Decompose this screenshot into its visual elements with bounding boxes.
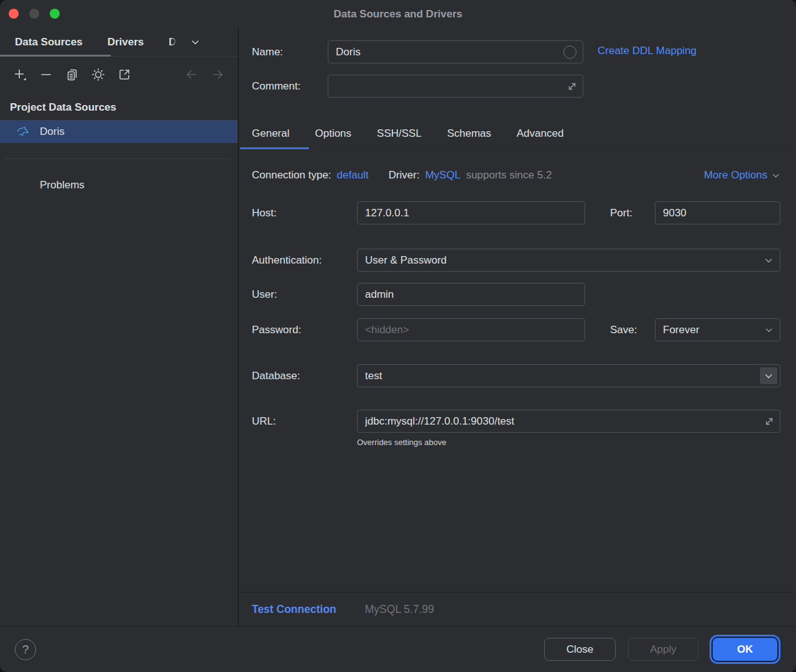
host-label: Host:	[252, 201, 277, 224]
test-connection-row: Test Connection MySQL 5.7.99	[240, 592, 796, 626]
driver-label: Driver:	[389, 169, 420, 182]
chevron-down-icon[interactable]	[190, 37, 200, 47]
url-note: Overrides settings above	[357, 438, 447, 447]
name-field-wrap	[328, 40, 583, 63]
test-connection-link[interactable]: Test Connection	[252, 603, 336, 616]
remove-icon[interactable]	[39, 67, 53, 82]
tab-schemas[interactable]: Schemas	[447, 127, 491, 140]
port-label: Port:	[610, 201, 632, 224]
authentication-label: Authentication:	[252, 249, 322, 272]
connection-type-row: Connection type: default Driver: MySQL s…	[252, 167, 780, 183]
driver-version-text: MySQL 5.7.99	[365, 603, 434, 616]
title-bar: Data Sources and Drivers	[0, 0, 796, 28]
connection-type-value-link[interactable]: default	[337, 169, 369, 182]
sidebar: Data Sources Drivers D	[0, 28, 239, 626]
port-input[interactable]	[655, 201, 780, 224]
help-icon[interactable]: ?	[15, 639, 36, 660]
chevron-down-icon	[771, 171, 780, 180]
name-input[interactable]	[328, 40, 583, 63]
open-in-new-icon[interactable]	[117, 67, 132, 82]
create-ddl-mapping-link[interactable]: Create DDL Mapping	[598, 45, 696, 57]
save-select[interactable]: Forever	[655, 318, 780, 341]
dialog-buttons: Close Apply OK	[544, 638, 796, 661]
settings-tab-bar: General Options SSH/SSL Schemas Advanced	[240, 118, 796, 149]
close-button[interactable]: Close	[544, 638, 616, 661]
history-nav	[184, 57, 225, 93]
tab-ssh-ssl[interactable]: SSH/SSL	[377, 127, 422, 140]
tab-general[interactable]: General	[252, 127, 289, 140]
database-combobox[interactable]: test	[357, 364, 780, 387]
authentication-select[interactable]: User & Password	[357, 249, 780, 272]
duplicate-icon[interactable]	[65, 67, 80, 82]
comment-label: Comment:	[252, 75, 300, 98]
add-icon[interactable]	[12, 67, 27, 82]
chevron-down-icon	[764, 255, 774, 265]
dialog-button-bar: ? Close Apply OK	[0, 626, 796, 672]
settings-gear-icon[interactable]	[91, 67, 106, 82]
tab-advanced[interactable]: Advanced	[517, 127, 564, 140]
sidebar-toolbar	[0, 57, 238, 93]
database-dropdown-button[interactable]	[760, 367, 777, 384]
database-label: Database:	[252, 364, 300, 387]
more-options-link[interactable]: More Options	[704, 169, 780, 182]
driver-note: supports since 5.2	[466, 169, 552, 182]
url-field-wrap	[357, 410, 780, 433]
url-input[interactable]	[357, 410, 780, 433]
driver-value-link[interactable]: MySQL	[425, 169, 461, 182]
sidebar-tab-bar: Data Sources Drivers D	[0, 28, 238, 57]
name-label: Name:	[252, 40, 283, 63]
spinner-circle-icon	[563, 45, 576, 58]
forward-arrow-icon[interactable]	[210, 67, 225, 82]
active-tab-underline	[240, 147, 309, 149]
expand-icon[interactable]	[764, 417, 774, 426]
password-label: Password:	[252, 318, 301, 341]
connection-type-label: Connection type:	[252, 169, 331, 182]
host-input[interactable]	[357, 201, 585, 224]
back-arrow-icon[interactable]	[184, 67, 199, 82]
expand-icon[interactable]	[567, 81, 577, 91]
data-sources-dialog: Data Sources and Drivers Data Sources Dr…	[0, 0, 796, 672]
data-source-label: Doris	[40, 126, 65, 138]
user-label: User:	[252, 283, 277, 306]
project-data-sources-header: Project Data Sources	[0, 93, 238, 120]
tab-truncated[interactable]: D	[169, 36, 176, 48]
comment-input[interactable]	[328, 75, 583, 98]
main-panel: Name: Create DDL Mapping Comment: Genera…	[240, 28, 796, 626]
password-input[interactable]	[357, 318, 585, 341]
comment-field-wrap	[328, 75, 583, 98]
sidebar-item-problems[interactable]: Problems	[0, 173, 238, 196]
user-input[interactable]	[357, 283, 585, 306]
apply-button[interactable]: Apply	[628, 638, 698, 661]
mysql-dolphin-icon	[16, 126, 31, 138]
tab-options[interactable]: Options	[315, 127, 351, 140]
window-title: Data Sources and Drivers	[0, 0, 796, 28]
tab-data-sources[interactable]: Data Sources	[15, 36, 83, 48]
chevron-down-icon	[764, 325, 774, 334]
ok-button[interactable]: OK	[713, 638, 777, 661]
tab-drivers[interactable]: Drivers	[108, 36, 144, 48]
data-source-item-doris[interactable]: Doris	[0, 120, 238, 143]
sidebar-divider	[5, 159, 231, 159]
url-label: URL:	[252, 410, 276, 433]
save-label: Save:	[610, 318, 637, 341]
